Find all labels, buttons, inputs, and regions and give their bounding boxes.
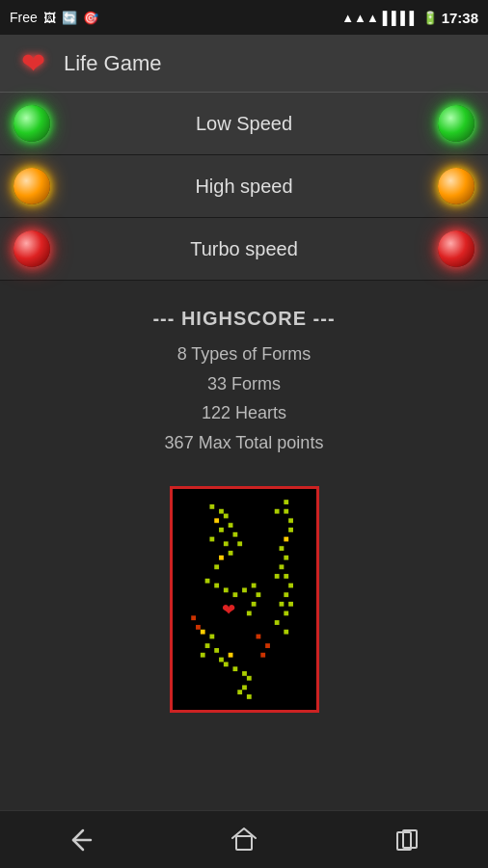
svg-rect-37 (251, 583, 256, 588)
nav-bar (0, 810, 488, 868)
svg-rect-17 (284, 630, 288, 635)
status-left: Free 🖼 🔄 🎯 (10, 10, 98, 25)
svg-rect-23 (219, 528, 224, 532)
svg-rect-19 (219, 509, 224, 514)
svg-rect-25 (223, 542, 228, 547)
svg-rect-3 (288, 519, 293, 524)
high-speed-led-left (14, 168, 50, 204)
low-speed-label: Low Speed (50, 113, 438, 135)
svg-rect-53 (237, 691, 242, 695)
svg-rect-61 (236, 836, 252, 850)
turbo-speed-button[interactable]: Turbo speed (0, 218, 488, 281)
svg-rect-36 (242, 588, 247, 593)
low-speed-button[interactable]: Low Speed (0, 93, 488, 155)
svg-rect-21 (223, 514, 228, 519)
svg-rect-14 (288, 602, 293, 607)
sync-status-icon: 🔄 (62, 11, 77, 25)
svg-rect-24 (209, 537, 214, 542)
low-speed-led-left (14, 105, 50, 142)
svg-rect-49 (232, 667, 237, 672)
low-speed-led-right (438, 105, 474, 142)
highscore-stat-3: 367 Max Total points (19, 428, 469, 458)
svg-rect-11 (288, 583, 293, 588)
app-title: Life Game (64, 51, 162, 76)
svg-rect-1 (284, 509, 288, 514)
svg-rect-57 (260, 653, 265, 658)
home-button[interactable] (215, 819, 273, 861)
back-icon (66, 827, 96, 854)
svg-rect-8 (279, 565, 284, 570)
highscore-title: --- HIGHSCORE --- (19, 308, 469, 330)
svg-rect-46 (219, 658, 224, 663)
svg-rect-13 (279, 602, 284, 607)
svg-rect-29 (219, 556, 224, 560)
svg-rect-12 (284, 593, 288, 598)
svg-rect-58 (191, 616, 196, 621)
svg-rect-28 (228, 551, 232, 556)
svg-rect-4 (288, 528, 293, 532)
high-speed-led-right (438, 168, 474, 204)
app-heart-icon: ❤ (15, 46, 50, 81)
svg-rect-50 (242, 671, 247, 676)
recent-button[interactable] (378, 819, 436, 861)
free-label: Free (10, 10, 38, 25)
wifi-icon: ▲▲▲ (341, 11, 379, 25)
svg-rect-10 (284, 574, 288, 579)
highscore-stat-0: 8 Types of Forms (19, 339, 469, 369)
svg-rect-26 (232, 532, 237, 537)
svg-rect-38 (256, 593, 260, 598)
image-status-icon: 🖼 (43, 11, 56, 25)
game-preview-container: ❤ (0, 476, 488, 732)
battery-icon: 🔋 (422, 11, 438, 25)
svg-rect-39 (251, 602, 256, 607)
gps-status-icon: 🎯 (83, 11, 98, 25)
svg-rect-56 (265, 644, 270, 649)
svg-rect-27 (237, 542, 242, 547)
svg-rect-51 (246, 676, 251, 681)
home-icon (229, 827, 259, 854)
svg-rect-40 (246, 611, 251, 616)
high-speed-label: High speed (50, 176, 438, 198)
svg-rect-15 (284, 611, 288, 616)
svg-rect-16 (274, 621, 279, 626)
highscore-area: --- HIGHSCORE --- 8 Types of Forms 33 Fo… (0, 281, 488, 476)
svg-rect-18 (209, 504, 214, 509)
turbo-speed-label: Turbo speed (50, 238, 438, 260)
game-preview-canvas: ❤ (173, 489, 316, 710)
svg-rect-33 (214, 583, 219, 588)
recent-icon (392, 827, 422, 854)
game-preview-frame[interactable]: ❤ (170, 486, 319, 713)
title-bar: ❤ Life Game (0, 35, 488, 93)
clock: 17:38 (442, 10, 478, 26)
svg-rect-0 (284, 501, 288, 505)
svg-rect-59 (196, 625, 201, 630)
svg-rect-42 (209, 635, 214, 639)
back-button[interactable] (52, 819, 110, 861)
svg-rect-20 (214, 519, 219, 524)
svg-rect-32 (204, 579, 209, 583)
highscore-stat-2: 122 Hearts (19, 398, 469, 428)
svg-rect-45 (200, 653, 204, 658)
turbo-speed-led-right (438, 231, 474, 267)
svg-rect-43 (204, 644, 209, 649)
speed-buttons-container: Low Speed High speed Turbo speed (0, 93, 488, 281)
svg-rect-22 (228, 524, 232, 529)
signal-icon: ▌▌▌▌ (383, 11, 419, 25)
status-right: ▲▲▲ ▌▌▌▌ 🔋 17:38 (341, 10, 478, 26)
svg-rect-47 (228, 653, 232, 658)
svg-rect-5 (284, 537, 288, 542)
svg-rect-2 (274, 509, 279, 514)
turbo-speed-led-left (14, 231, 50, 267)
highscore-stat-1: 33 Forms (19, 369, 469, 399)
high-speed-button[interactable]: High speed (0, 155, 488, 218)
svg-rect-55 (256, 635, 260, 639)
svg-rect-9 (274, 574, 279, 579)
svg-rect-41 (200, 630, 204, 635)
svg-rect-6 (279, 547, 284, 552)
svg-text:❤: ❤ (221, 601, 234, 620)
svg-rect-44 (214, 648, 219, 653)
svg-rect-35 (232, 593, 237, 598)
svg-rect-34 (223, 588, 228, 593)
svg-rect-52 (242, 686, 247, 691)
status-bar: Free 🖼 🔄 🎯 ▲▲▲ ▌▌▌▌ 🔋 17:38 (0, 0, 488, 35)
